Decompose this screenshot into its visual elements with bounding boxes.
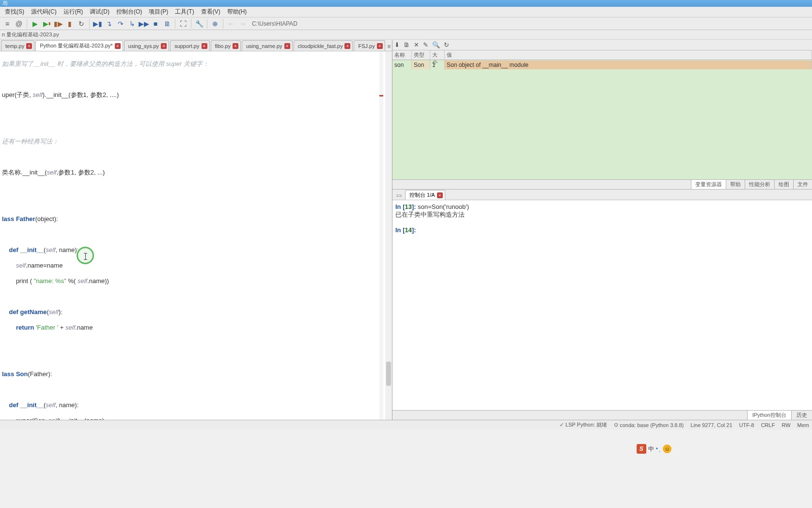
- title-bar: .8): [0, 0, 812, 7]
- menu-help[interactable]: 帮助(H): [224, 7, 250, 17]
- editor-tabs: temp.py× Python 量化编程基础-2023.py*× using_s…: [0, 40, 392, 51]
- menu-debug[interactable]: 调试(D): [87, 7, 112, 17]
- close-icon[interactable]: ×: [161, 43, 167, 49]
- status-lsp[interactable]: ✓ LSP Python: 就绪: [560, 421, 607, 429]
- wrench-icon[interactable]: 🔧: [194, 18, 204, 29]
- maximize-icon[interactable]: ⛶: [178, 18, 188, 29]
- breadcrumb: n 量化编程基础-2023.py: [0, 30, 812, 40]
- close-icon[interactable]: ×: [233, 43, 238, 49]
- debug-stop-icon[interactable]: ■: [150, 18, 161, 29]
- tab-variable-explorer[interactable]: 变量资源器: [691, 180, 726, 189]
- tab-ipython-console[interactable]: IPython控制台: [747, 411, 791, 420]
- working-dir: C:\Users\HIAPAD: [252, 20, 297, 27]
- debug-step-out-icon[interactable]: ↳: [127, 18, 138, 29]
- toolbar-at-icon[interactable]: @: [14, 18, 24, 29]
- tab-files[interactable]: 文件: [793, 180, 812, 189]
- close-icon[interactable]: ×: [344, 43, 350, 49]
- tab-fsj[interactable]: FSJ.py×: [354, 40, 385, 51]
- tab-help[interactable]: 帮助: [726, 180, 745, 189]
- tab-using-name[interactable]: using_name.py×: [242, 40, 293, 51]
- console-tab[interactable]: 控制台 1/A ×: [405, 190, 445, 200]
- close-icon[interactable]: ×: [377, 43, 383, 49]
- ime-indicator[interactable]: S 中 •ˏ ☺: [637, 444, 671, 454]
- debug-pause-start-icon[interactable]: ▶▮: [92, 18, 103, 29]
- menu-run[interactable]: 运行(R): [61, 7, 86, 17]
- debug-step-over-icon[interactable]: ↷: [115, 18, 126, 29]
- search-icon[interactable]: 🔍: [432, 41, 440, 48]
- console-entry-icon[interactable]: ▭: [394, 191, 403, 200]
- close-icon[interactable]: ×: [202, 43, 207, 49]
- tab-fibo[interactable]: fibo.py×: [211, 40, 241, 51]
- tab-history[interactable]: 历史: [791, 411, 812, 420]
- clear-icon[interactable]: ✕: [414, 41, 419, 48]
- variable-explorer-toolbar: ⬇ 🗎 ✕ ✎ 🔍 ↻: [392, 40, 812, 50]
- menu-tools[interactable]: 工具(T): [172, 7, 197, 17]
- status-bar: ✓ LSP Python: 就绪 ⊙ conda: base (Python 3…: [0, 420, 812, 429]
- run-cell-icon[interactable]: ▶▮: [41, 18, 52, 29]
- var-header-size[interactable]: 大小: [430, 50, 445, 60]
- warning-marker[interactable]: [379, 95, 383, 96]
- smiley-icon: ☺: [663, 444, 671, 453]
- status-encoding[interactable]: UTF-8: [739, 422, 754, 428]
- main-toolbar: ≡ @ ▶ ▶▮ ▮▶ ▮ ↻ ▶▮ ↴ ↷ ↳ ▶▶ ■ 🗎 ⛶ 🔧 ⊕ ← …: [0, 17, 812, 30]
- menu-find[interactable]: 查找(S): [2, 7, 27, 17]
- tab-quant[interactable]: Python 量化编程基础-2023.py*×: [35, 40, 123, 51]
- variable-row[interactable]: son Son 1 Son object of __main__ module: [392, 60, 812, 70]
- editor-scrollbar[interactable]: [385, 51, 392, 420]
- tab-using-sys[interactable]: using_sys.py×: [124, 40, 170, 51]
- debug-step-into-icon[interactable]: ↴: [104, 18, 114, 29]
- tab-cloudpickle[interactable]: cloudpickle_fast.py×: [294, 40, 353, 51]
- run-icon[interactable]: ▶: [30, 18, 40, 29]
- debug-file-icon[interactable]: 🗎: [162, 18, 172, 29]
- tab-profiler[interactable]: 性能分析: [745, 180, 774, 189]
- edit-icon[interactable]: ✎: [423, 41, 428, 48]
- debug-continue-icon[interactable]: ▶▶: [139, 18, 149, 29]
- menu-source[interactable]: 源代码(C): [28, 7, 60, 17]
- sogou-icon: S: [637, 444, 646, 454]
- save-data-icon[interactable]: 🗎: [404, 41, 410, 48]
- status-linecol[interactable]: Line 9277, Col 21: [690, 422, 732, 428]
- console-bottom-tabs: IPython控制台 历史: [392, 410, 812, 420]
- var-header-value[interactable]: 值: [445, 50, 812, 60]
- var-header-type[interactable]: 类型: [412, 50, 430, 60]
- tab-temp[interactable]: temp.py×: [1, 40, 34, 51]
- menu-bar: 查找(S) 源代码(C) 运行(R) 调试(D) 控制台(O) 项目(P) 工具…: [0, 7, 812, 17]
- tabs-overflow-icon[interactable]: ≡: [386, 42, 392, 51]
- menu-project[interactable]: 项目(P): [146, 7, 171, 17]
- import-icon[interactable]: ⬇: [394, 41, 400, 48]
- tab-plots[interactable]: 绘图: [774, 180, 793, 189]
- menu-view[interactable]: 查看(V): [198, 7, 223, 17]
- close-icon[interactable]: ×: [115, 43, 121, 49]
- run-cell-advance-icon[interactable]: ▮▶: [53, 18, 63, 29]
- status-rw[interactable]: RW: [781, 422, 790, 428]
- python-icon[interactable]: ⊕: [210, 18, 220, 29]
- status-mem[interactable]: Mem: [797, 422, 809, 428]
- tab-support[interactable]: support.py×: [170, 40, 209, 51]
- var-header-name[interactable]: 名称: [392, 50, 412, 60]
- run-step-icon[interactable]: ▮: [64, 18, 75, 29]
- code-editor[interactable]: 如果重写了__init__ 时，要继承父类的构造方法，可以使用 super 关键…: [0, 51, 392, 420]
- close-icon[interactable]: ×: [437, 192, 443, 198]
- rerun-icon[interactable]: ↻: [76, 18, 87, 29]
- status-conda[interactable]: ⊙ conda: base (Python 3.8.8): [614, 422, 684, 428]
- right-panel-tabs: 变量资源器 帮助 性能分析 绘图 文件: [392, 179, 812, 189]
- text-caret-icon: [85, 253, 86, 260]
- console-tabs-row: ▭ 控制台 1/A ×: [392, 190, 812, 200]
- nav-back-icon[interactable]: ←: [226, 18, 236, 29]
- close-icon[interactable]: ×: [284, 43, 290, 49]
- toolbar-lines-icon[interactable]: ≡: [2, 18, 13, 29]
- variable-explorer: 名称 类型 大小 值 son Son 1 Son object of __mai…: [392, 50, 812, 179]
- ipython-console[interactable]: In [13]: son=Son('runoob') 已在子类中重写构造方法 I…: [392, 200, 812, 410]
- close-icon[interactable]: ×: [26, 43, 32, 49]
- nav-forward-icon[interactable]: →: [237, 18, 248, 29]
- menu-console[interactable]: 控制台(O): [113, 7, 145, 17]
- status-eol[interactable]: CRLF: [761, 422, 775, 428]
- refresh-icon[interactable]: ↻: [444, 41, 449, 48]
